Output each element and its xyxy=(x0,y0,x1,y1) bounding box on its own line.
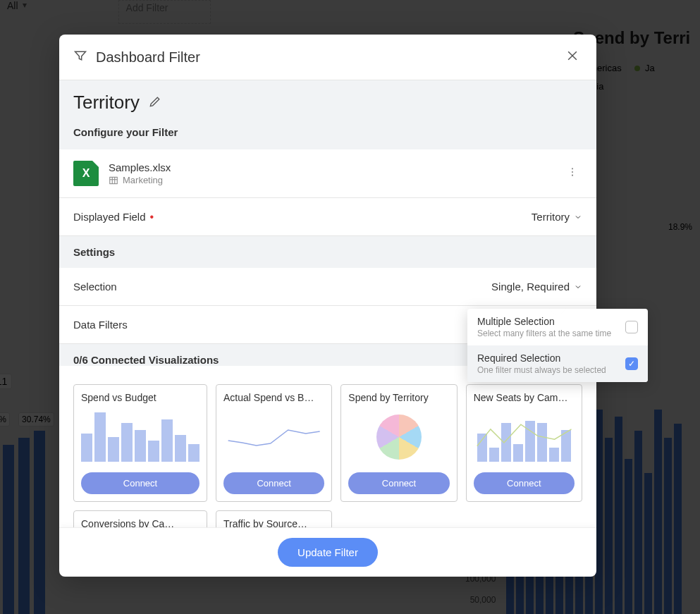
data-filters-label: Data Filters xyxy=(73,319,128,331)
close-button[interactable] xyxy=(563,46,582,68)
filter-title-section: Territory Configure your Filter xyxy=(59,80,596,149)
viz-preview-barline xyxy=(474,409,575,465)
configure-label: Configure your Filter xyxy=(73,126,582,138)
update-filter-button[interactable]: Update Filter xyxy=(278,538,378,567)
viz-grid: Spend vs Budget Connect Actual Spend vs … xyxy=(73,384,582,527)
modal-title: Dashboard Filter xyxy=(96,49,200,66)
settings-header: Settings xyxy=(59,236,596,268)
displayed-field-value[interactable]: Territory xyxy=(532,211,582,223)
legend-ja: Ja xyxy=(645,63,655,73)
datasource-name: Samples.xlsx xyxy=(109,161,553,173)
viz-preview-line xyxy=(223,409,324,465)
selection-value[interactable]: Single, Required xyxy=(491,281,582,293)
viz-card-title: Spend vs Budget xyxy=(81,392,199,403)
filter-icon xyxy=(73,49,87,66)
svg-point-2 xyxy=(572,171,573,173)
selection-row[interactable]: Selection Single, Required xyxy=(59,268,596,306)
datasource-sheet: Marketing xyxy=(109,175,553,185)
add-filter-button[interactable]: Add Filter xyxy=(118,0,211,24)
viz-card-actual-spend[interactable]: Actual Spend vs B… Connect xyxy=(216,384,332,502)
connect-button[interactable]: Connect xyxy=(474,472,575,494)
filter-name: Territory xyxy=(73,92,140,113)
popover-required-selection[interactable]: Required Selection One filter must alway… xyxy=(467,345,648,382)
filter-all[interactable]: All ▾ xyxy=(7,0,27,24)
displayed-field-label: Displayed Field xyxy=(73,211,146,223)
modal-header: Dashboard Filter xyxy=(59,35,596,80)
viz-card-title: Spend by Territory xyxy=(348,392,449,403)
modal-body: Territory Configure your Filter X Sample… xyxy=(59,80,596,527)
datasource-menu-button[interactable] xyxy=(563,162,582,185)
edit-name-button[interactable] xyxy=(148,94,162,111)
viz-card-title: Conversions by Ca… xyxy=(81,518,199,527)
checkbox-checked[interactable]: ✓ xyxy=(625,357,638,370)
viz-preview-pie xyxy=(348,409,449,465)
excel-file-icon: X xyxy=(73,161,99,186)
popover-item-title: Multiple Selection xyxy=(477,316,618,327)
viz-card-title: Traffic by Source… xyxy=(223,518,324,527)
displayed-field-row[interactable]: Displayed Field • Territory xyxy=(59,198,596,236)
viz-card-conversions[interactable]: Conversions by Ca… xyxy=(73,510,207,527)
chevron-down-icon xyxy=(574,213,582,221)
popover-item-sub: Select many filters at the same time xyxy=(477,329,618,338)
connect-button[interactable]: Connect xyxy=(223,472,324,494)
connect-button[interactable]: Connect xyxy=(81,472,199,494)
selection-popover: Multiple Selection Select many filters a… xyxy=(467,309,648,382)
viz-card-spend-vs-budget[interactable]: Spend vs Budget Connect xyxy=(73,384,207,502)
viz-card-new-seats[interactable]: New Seats by Cam… Connect xyxy=(466,384,582,502)
svg-point-3 xyxy=(572,175,573,176)
popover-item-sub: One filter must always be selected xyxy=(477,365,618,375)
viz-preview-bar xyxy=(81,409,199,465)
svg-point-1 xyxy=(572,168,573,169)
selection-label: Selection xyxy=(73,281,117,293)
svg-rect-0 xyxy=(110,177,118,183)
required-indicator: • xyxy=(150,211,154,223)
chevron-down-icon xyxy=(574,283,582,291)
dashboard-filter-modal: Dashboard Filter Territory Configure you… xyxy=(59,35,596,577)
viz-card-spend-territory[interactable]: Spend by Territory Connect xyxy=(340,384,457,502)
viz-card-title: New Seats by Cam… xyxy=(474,392,575,403)
popover-item-title: Required Selection xyxy=(477,352,618,364)
viz-card-traffic[interactable]: Traffic by Source… xyxy=(216,510,332,527)
datasource-row: X Samples.xlsx Marketing xyxy=(59,149,596,198)
connect-button[interactable]: Connect xyxy=(348,472,449,494)
modal-footer: Update Filter xyxy=(59,527,596,577)
checkbox-unchecked[interactable] xyxy=(625,321,638,333)
viz-card-title: Actual Spend vs B… xyxy=(223,392,324,403)
